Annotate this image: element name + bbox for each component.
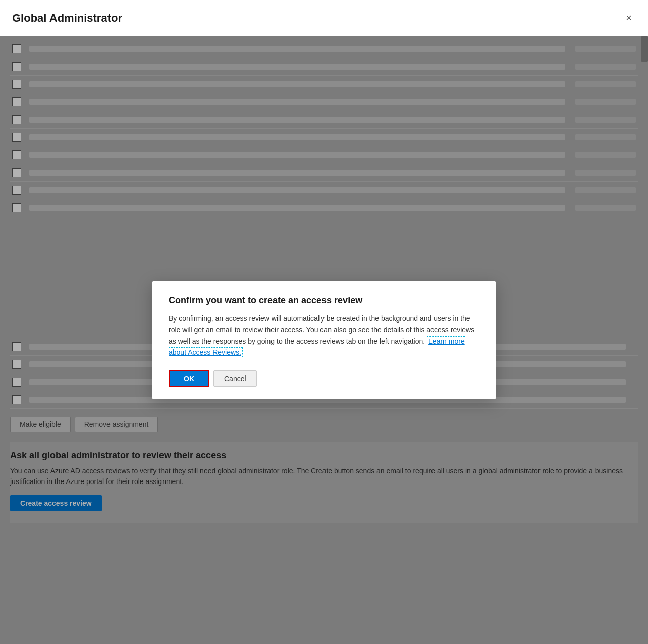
modal-title: Global Administrator [12,12,122,25]
confirm-overlay: Confirm you want to create an access rev… [0,36,648,644]
cancel-button[interactable]: Cancel [213,370,257,387]
confirm-dialog: Confirm you want to create an access rev… [152,281,496,400]
main-panel: Global Administrator × [0,0,648,644]
close-button[interactable]: × [622,10,636,26]
confirm-dialog-body: By confirming, an access review will aut… [169,313,479,358]
confirm-dialog-title: Confirm you want to create an access rev… [169,295,479,306]
confirm-actions: OK Cancel [169,370,479,387]
modal-header: Global Administrator × [0,0,648,36]
content-area: Make eligible Remove assignment Ask all … [0,36,648,644]
ok-button[interactable]: OK [169,370,209,387]
